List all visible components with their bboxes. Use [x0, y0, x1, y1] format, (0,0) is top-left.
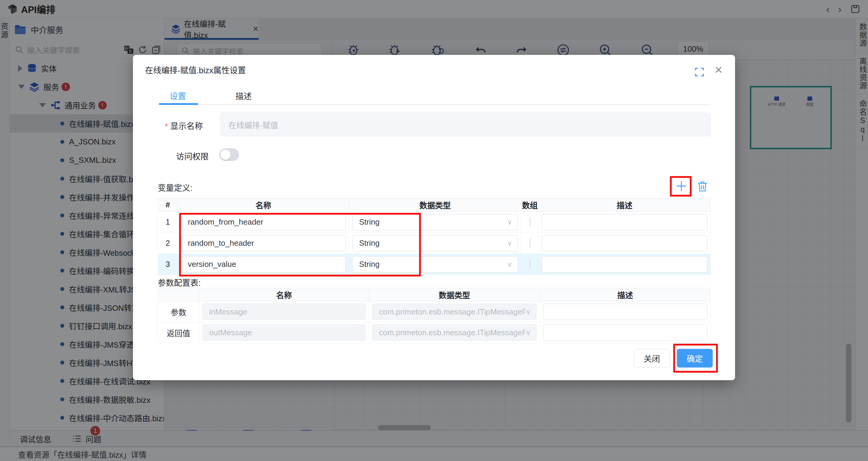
chevron-down-icon: ∨ [507, 239, 512, 248]
param-name-input: outMessage [202, 325, 366, 341]
active-tab-underline [159, 103, 198, 105]
array-checkbox[interactable] [530, 259, 530, 269]
delete-variable-button[interactable] [696, 180, 709, 193]
required-asterisk: * [165, 122, 168, 131]
params-section-label: 参数配置表: [158, 276, 201, 288]
dialog-title: 在线编排-赋值.bizx属性设置 [145, 64, 246, 76]
tab-divider [157, 104, 711, 105]
variable-desc-input[interactable] [542, 235, 707, 251]
access-permission-toggle[interactable] [219, 148, 239, 161]
param-kind: 返回值 [167, 329, 190, 338]
col-array: 数组 [521, 198, 539, 212]
access-permission-label: 访问权限 [176, 150, 209, 162]
param-desc-input[interactable] [543, 304, 707, 320]
dialog-tab-description[interactable]: 描述 [236, 90, 252, 102]
variables-table-header: # 名称 数据类型 数组 描述 [158, 198, 711, 212]
row-index: 3 [158, 254, 178, 275]
close-icon[interactable]: ✕ [714, 64, 723, 76]
col-type: 数据类型 [349, 198, 521, 212]
variables-section-label: 变量定义: [158, 182, 193, 193]
close-button[interactable]: 关闭 [634, 349, 670, 368]
param-type-select: com.primeton.esb.message.ITipMessagePay∨ [372, 304, 537, 320]
col-type: 数据类型 [369, 288, 540, 302]
param-name-input: inMessage [202, 304, 366, 320]
array-checkbox[interactable] [530, 238, 530, 248]
annotation-variable-rows [179, 213, 421, 276]
param-row: 参数 inMessage com.primeton.esb.message.IT… [158, 302, 711, 322]
params-table: 名称 数据类型 描述 参数 inMessage com.primeton.esb… [158, 288, 711, 343]
fullscreen-icon[interactable] [694, 67, 705, 77]
col-name: 名称 [199, 288, 369, 302]
row-index: 1 [158, 212, 178, 233]
chevron-down-icon: ∨ [507, 218, 512, 226]
display-name-input[interactable]: 在线编排-赋值 [220, 113, 711, 136]
variable-desc-input[interactable] [542, 214, 707, 230]
array-checkbox[interactable] [530, 217, 530, 227]
chevron-down-icon: ∨ [526, 308, 531, 316]
row-index: 2 [158, 233, 178, 254]
param-desc-input[interactable] [543, 325, 707, 341]
param-type-select: com.primeton.esb.message.ITipMessagePay∨ [372, 325, 537, 341]
col-index: # [158, 198, 178, 212]
app-window: API编排 ‹ › 资源 中介服务 输入关键字搜索 En文 [0, 0, 868, 461]
param-kind: 参数 [170, 308, 186, 317]
col-name: 名称 [178, 198, 349, 212]
display-name-label: * 显示名称 [165, 120, 203, 131]
chevron-down-icon: ∨ [507, 260, 512, 269]
param-row: 返回值 outMessage com.primeton.esb.message.… [158, 322, 711, 343]
toggle-knob [220, 150, 230, 160]
annotation-add-button [670, 176, 692, 196]
col-desc: 描述 [540, 288, 711, 302]
display-name-placeholder: 在线编排-赋值 [228, 119, 278, 130]
params-table-header: 名称 数据类型 描述 [158, 288, 711, 302]
chevron-down-icon: ∨ [526, 328, 531, 337]
col-desc: 描述 [539, 198, 711, 212]
dialog-tab-settings[interactable]: 设置 [170, 90, 186, 102]
annotation-ok-button [673, 344, 718, 373]
variable-desc-input[interactable] [542, 256, 707, 273]
